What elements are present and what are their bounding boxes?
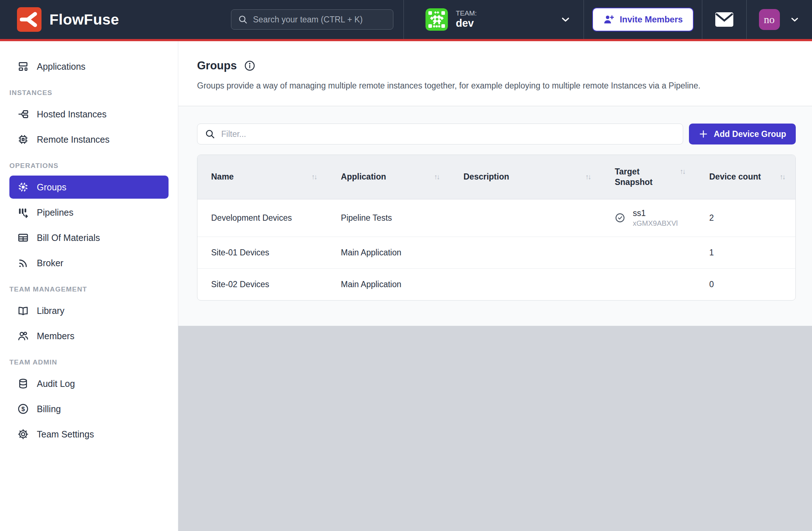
cell-name: Site-01 Devices	[197, 237, 327, 268]
table-header-row: Name ↑↓ Application ↑↓ Description ↑↓ Ta…	[197, 155, 795, 199]
invite-members-label: Invite Members	[620, 14, 683, 25]
column-header-description[interactable]: Description ↑↓	[450, 160, 601, 194]
gear-icon	[17, 428, 29, 440]
team-selector[interactable]: TEAM: dev	[403, 0, 584, 39]
brand[interactable]: FlowFuse	[0, 0, 231, 39]
cell-target-snapshot	[601, 242, 695, 264]
sort-icon[interactable]: ↑↓	[311, 173, 316, 181]
sidebar-item-bill-of-materials[interactable]: Bill Of Materials	[9, 226, 169, 249]
content-background-filler	[178, 326, 812, 531]
members-icon	[17, 330, 29, 342]
nav-invite-area: Invite Members	[584, 0, 702, 39]
top-navbar: FlowFuse	[0, 0, 812, 39]
sidebar-item-label: Pipelines	[37, 207, 73, 218]
sort-icon[interactable]: ↑↓	[680, 167, 685, 176]
column-header-target-snapshot[interactable]: Target Snapshot ↑↓	[601, 155, 695, 199]
sidebar-item-members[interactable]: Members	[9, 324, 169, 347]
sidebar-item-broker[interactable]: Broker	[9, 251, 169, 275]
table-body: Development Devices Pipeline Tests	[197, 199, 795, 301]
cell-description	[450, 207, 601, 229]
nav-mail-area	[702, 0, 746, 39]
cell-target-snapshot	[601, 274, 695, 295]
pipelines-icon	[17, 207, 29, 218]
filter-input[interactable]	[221, 129, 676, 139]
column-header-name[interactable]: Name ↑↓	[197, 160, 327, 194]
sidebar-item-label: Groups	[37, 182, 66, 193]
flowfuse-logo-icon	[17, 7, 42, 32]
cell-device-count: 2	[695, 202, 795, 234]
snapshot-name: ss1	[633, 208, 677, 219]
brand-name: FlowFuse	[49, 11, 119, 28]
mail-icon[interactable]	[715, 12, 734, 27]
cell-application: Pipeline Tests	[327, 202, 450, 234]
team-chevron-down-icon	[560, 14, 571, 25]
team-avatar	[425, 8, 448, 31]
sidebar-item-pipelines[interactable]: Pipelines	[9, 201, 169, 224]
column-header-device-count[interactable]: Device count ↑↓	[695, 160, 795, 194]
sort-icon[interactable]: ↑↓	[585, 173, 590, 181]
sidebar-item-billing[interactable]: $ Billing	[9, 397, 169, 420]
page-description: Groups provide a way of managing multipl…	[197, 81, 793, 91]
groups-table: Name ↑↓ Application ↑↓ Description ↑↓ Ta…	[197, 155, 796, 301]
cell-name: Development Devices	[197, 202, 327, 234]
table-row[interactable]: Site-01 Devices Main Application 1	[197, 237, 795, 268]
sidebar-item-label: Broker	[37, 258, 64, 268]
column-header-application[interactable]: Application ↑↓	[327, 160, 450, 194]
add-device-group-button[interactable]: Add Device Group	[689, 124, 796, 144]
invite-members-button[interactable]: Invite Members	[592, 8, 694, 31]
applications-icon	[17, 61, 29, 72]
table-row[interactable]: Development Devices Pipeline Tests	[197, 199, 795, 237]
sidebar-item-remote-instances[interactable]: Remote Instances	[9, 128, 169, 151]
sidebar-item-applications[interactable]: Applications	[9, 55, 169, 78]
groups-panel: Add Device Group Name ↑↓ Application ↑↓ …	[178, 106, 812, 301]
filter-search-icon	[205, 129, 215, 139]
sidebar-item-groups[interactable]: Groups	[9, 176, 169, 199]
nav-search-area	[231, 0, 403, 39]
search-input[interactable]	[253, 15, 387, 25]
hosted-instances-icon	[17, 108, 29, 120]
sidebar-item-team-settings[interactable]: Team Settings	[9, 423, 169, 446]
page-header: Groups Groups provide a way of managing …	[178, 41, 812, 106]
sidebar: Applications INSTANCES Hosted Instances	[0, 41, 178, 531]
user-avatar[interactable]: no	[759, 9, 780, 30]
sidebar-item-label: Hosted Instances	[37, 109, 106, 120]
sidebar-item-audit-log[interactable]: Audit Log	[9, 372, 169, 395]
table-row[interactable]: Site-02 Devices Main Application 0	[197, 268, 795, 300]
snapshot-id: xGMX9ABXVl	[633, 219, 677, 228]
sidebar-section-team-management: TEAM MANAGEMENT	[0, 285, 178, 293]
info-icon[interactable]	[244, 60, 256, 72]
sidebar-item-label: Applications	[37, 61, 86, 72]
team-name: dev	[456, 17, 477, 29]
cell-description	[450, 274, 601, 295]
user-menu[interactable]: no	[746, 0, 812, 39]
sidebar-item-label: Members	[37, 331, 74, 341]
add-device-group-label: Add Device Group	[714, 129, 786, 139]
plus-icon	[699, 129, 708, 139]
cell-description	[450, 242, 601, 264]
sidebar-item-label: Audit Log	[37, 379, 75, 389]
remote-instances-icon	[17, 134, 29, 145]
sidebar-item-library[interactable]: Library	[9, 299, 169, 322]
filter-box[interactable]	[197, 124, 683, 144]
team-label: TEAM:	[456, 9, 477, 17]
sidebar-item-label: Library	[37, 306, 64, 316]
sidebar-section-instances: INSTANCES	[0, 89, 178, 97]
sidebar-section-team-admin: TEAM ADMIN	[0, 358, 178, 366]
sidebar-item-label: Remote Instances	[37, 134, 110, 145]
user-chevron-down-icon	[789, 14, 800, 25]
user-plus-icon	[603, 14, 615, 25]
audit-log-icon	[17, 378, 29, 389]
device-group-icon	[17, 181, 29, 193]
sidebar-item-label: Bill Of Materials	[37, 233, 100, 243]
sidebar-item-label: Billing	[37, 404, 61, 414]
sidebar-item-hosted-instances[interactable]: Hosted Instances	[9, 103, 169, 126]
check-circle-icon	[615, 212, 625, 223]
sort-icon[interactable]: ↑↓	[780, 173, 785, 181]
cell-target-snapshot: ss1 xGMX9ABXVl	[601, 199, 695, 237]
team-meta: TEAM: dev	[456, 9, 477, 29]
sidebar-section-operations: OPERATIONS	[0, 162, 178, 170]
team-search-box[interactable]	[231, 9, 393, 30]
cell-device-count: 0	[695, 269, 795, 300]
page-title: Groups	[197, 59, 237, 72]
sort-icon[interactable]: ↑↓	[434, 173, 439, 181]
